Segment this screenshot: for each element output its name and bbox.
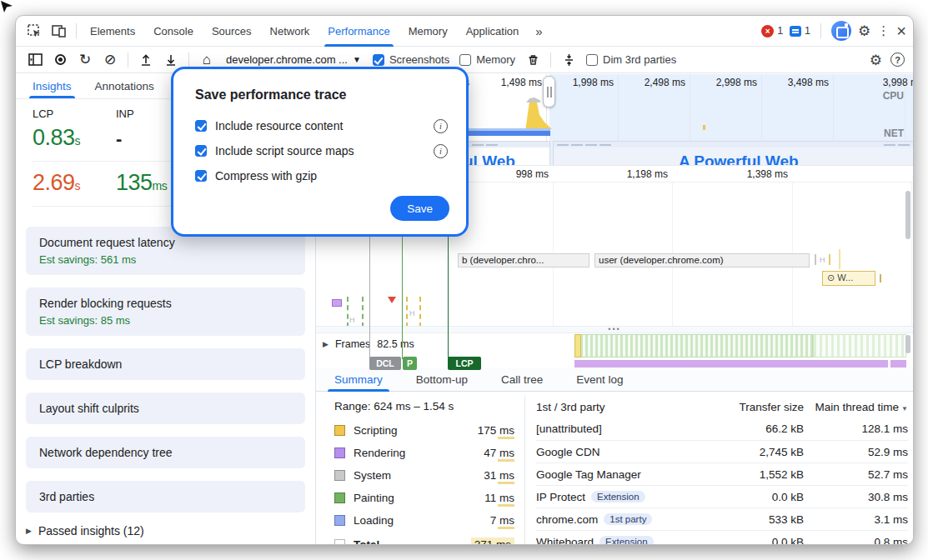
dcl-marker-badge[interactable]: DCL (369, 357, 401, 370)
fp-marker-badge[interactable]: P (403, 357, 417, 370)
page-selector-dropdown[interactable]: developer.chrome.com ... ▼ (221, 53, 366, 66)
table-row[interactable]: Google Tag Manager 1,552 kB 52.7 ms (536, 462, 908, 485)
throttling-icon[interactable] (558, 49, 579, 71)
insight-network-dependency-tree[interactable]: Network dependency tree (26, 437, 305, 468)
long-task-triangle-icon (388, 297, 396, 303)
flame-track-user[interactable]: user (developer.chrome.com) (594, 253, 810, 268)
table-row[interactable]: Google CDN 2,745 kB 52.9 ms (536, 440, 908, 462)
tab-summary[interactable]: Summary (334, 368, 383, 392)
col-party[interactable]: 1st / 3rd party (536, 401, 695, 413)
vertical-scrollbar[interactable] (905, 191, 910, 239)
flame-tick (839, 249, 840, 269)
insight-layout-shift-culprits[interactable]: Layout shift culprits (26, 392, 305, 424)
col-transfer-size[interactable]: Transfer size (695, 401, 804, 413)
ruler-label: 1,198 ms (627, 168, 672, 180)
expand-triangle-icon: ▶ (26, 527, 32, 535)
checkbox-icon[interactable] (195, 170, 207, 182)
frames-track[interactable]: ▶ Frames 82.5 ms DCL P LCP (316, 333, 913, 360)
table-row[interactable]: [unattributed] 66.2 kB 128.1 ms (536, 418, 908, 440)
settings-gear-icon[interactable]: ⚙ (858, 22, 870, 39)
checkbox-icon (459, 54, 471, 66)
performance-toolbar: ↻ ⊘ ⌂ developer.chrome.com ... ▼ Screens… (16, 47, 913, 73)
time-label: 2,498 ms (645, 77, 690, 88)
record-button[interactable] (49, 49, 71, 71)
window-resize-handle[interactable] (543, 76, 555, 108)
checkbox-icon[interactable] (195, 145, 207, 157)
capture-settings-gear-icon[interactable]: ⚙ (870, 52, 882, 68)
insight-3rd-parties[interactable]: 3rd parties (26, 481, 305, 512)
info-icon[interactable]: i (434, 119, 448, 133)
error-icon: × (761, 25, 774, 38)
console-errors-badge[interactable]: × 1 (761, 25, 783, 38)
record-and-reload-icon[interactable]: ↻ (74, 49, 96, 71)
ai-assistance-icon[interactable] (831, 21, 851, 41)
checkbox-icon[interactable] (195, 120, 207, 132)
ruler-label: 998 ms (516, 168, 553, 180)
clear-icon[interactable]: ⊘ (99, 49, 121, 71)
legend-row-system: System 31 ms (334, 467, 514, 483)
expand-triangle-icon[interactable]: ▶ (323, 340, 329, 348)
tab-memory[interactable]: Memory (400, 16, 456, 47)
tab-bottom-up[interactable]: Bottom-up (416, 368, 468, 392)
legend-value: 175 ms (478, 424, 514, 437)
device-toolbar-icon[interactable] (48, 19, 71, 42)
passed-insights-toggle[interactable]: ▶ Passed insights (12) (26, 524, 305, 538)
screenshot-text: ul Web (468, 152, 549, 166)
legend-value: 7 ms (490, 514, 514, 527)
lcp-marker-badge[interactable]: LCP (448, 357, 481, 370)
col-main-thread-time[interactable]: Main thread time▼ (804, 401, 908, 413)
insight-lcp-breakdown[interactable]: LCP breakdown (26, 348, 305, 380)
tab-sources[interactable]: Sources (203, 16, 260, 47)
legend-swatch (334, 448, 345, 458)
inp-field-value: 135ms (116, 170, 167, 196)
upload-profile-icon[interactable] (135, 49, 157, 71)
tab-performance[interactable]: Performance (319, 16, 398, 47)
table-row[interactable]: IP ProtectExtension 0.0 kB 30.8 ms (536, 485, 908, 508)
screenshots-checkbox[interactable]: Screenshots (369, 53, 453, 66)
option-include-source-maps[interactable]: Include script source maps i (195, 142, 448, 159)
tab-application[interactable]: Application (458, 16, 528, 47)
insight-title: Network dependency tree (39, 446, 292, 459)
frames-label: Frames (335, 338, 370, 350)
table-row[interactable]: chrome.com1st party 533 kB 3.1 ms (536, 508, 908, 530)
memory-checkbox[interactable]: Memory (456, 53, 519, 66)
insight-title: Layout shift culprits (39, 402, 292, 415)
tab-event-log[interactable]: Event log (576, 368, 623, 392)
vertical-scrollbar[interactable] (905, 335, 910, 353)
frame-divider (362, 297, 364, 326)
flame-track-extension[interactable]: b (developer.chro... (458, 253, 589, 268)
garbage-collect-icon[interactable] (522, 49, 544, 71)
tab-network[interactable]: Network (262, 16, 319, 47)
filmstrip-screenshot[interactable]: A Powerful Web (553, 141, 913, 166)
interactions-bar (574, 360, 906, 368)
ruler-label: 1,398 ms (747, 168, 792, 180)
tab-console[interactable]: Console (145, 16, 202, 47)
tab-call-tree[interactable]: Call tree (501, 368, 543, 392)
partial-frame (574, 334, 581, 358)
dim-3rd-parties-checkbox[interactable]: Dim 3rd parties (583, 53, 680, 66)
filmstrip-screenshot[interactable]: ul Web (468, 141, 550, 166)
close-devtools-icon[interactable]: × (896, 22, 906, 39)
table-row[interactable]: WhiteboardExtension 0.0 kB 0.8 ms (536, 530, 908, 544)
resize-grip[interactable]: ••• (316, 326, 913, 333)
tab-insights[interactable]: Insights (33, 80, 72, 98)
error-count: 1 (777, 25, 783, 37)
screenshot-text: A Powerful Web (679, 152, 913, 166)
help-icon[interactable]: ? (890, 52, 905, 67)
more-tabs-icon[interactable]: » (529, 24, 549, 38)
checkbox-icon (586, 54, 598, 66)
kebab-menu-icon[interactable]: ⋮ (877, 23, 890, 38)
toggle-sidebar-icon[interactable] (24, 49, 46, 71)
screenshot-navbar (469, 142, 549, 148)
console-issues-badge[interactable]: 1 (790, 25, 810, 37)
inp-local-value: - (116, 128, 122, 150)
tab-elements[interactable]: Elements (82, 16, 143, 47)
option-include-resource-content[interactable]: Include resource content i (195, 118, 448, 134)
inspect-element-icon[interactable] (23, 19, 46, 42)
info-icon[interactable]: i (434, 144, 448, 158)
insight-render-blocking-requests[interactable]: Render blocking requests Est savings: 85… (26, 288, 305, 336)
option-compress-gzip[interactable]: Compress with gzip (195, 168, 448, 184)
tab-annotations[interactable]: Annotations (95, 80, 154, 98)
save-button[interactable]: Save (390, 196, 449, 221)
flame-event-box[interactable]: ⊙ W... (822, 271, 875, 286)
